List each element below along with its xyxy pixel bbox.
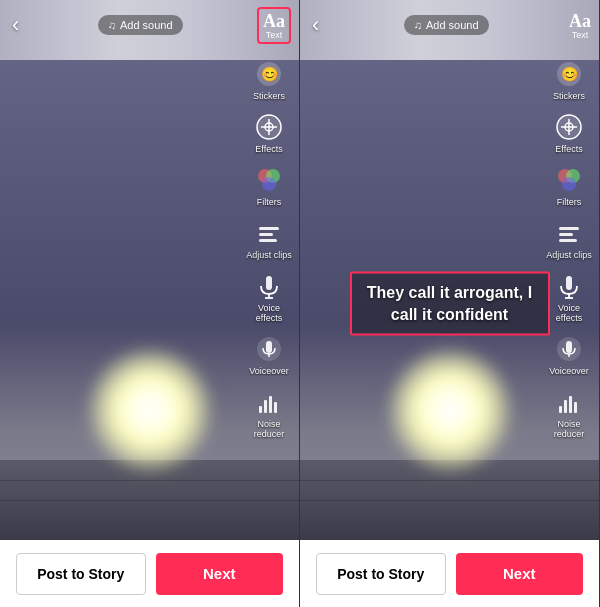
svg-rect-38	[569, 396, 572, 413]
right-adjust-clips-tool[interactable]: Adjust clips	[542, 213, 596, 264]
right-voiceover-icon	[553, 333, 585, 365]
right-voice-effects-label: Voice effects	[544, 303, 594, 323]
svg-rect-18	[269, 396, 272, 413]
right-noise-reducer-label: Noise reducer	[544, 419, 594, 439]
left-next-button[interactable]: Next	[156, 553, 284, 595]
left-adjust-clips-icon	[253, 217, 285, 249]
right-noise-reducer-icon	[553, 386, 585, 418]
left-text-sub-label: Text	[266, 30, 283, 40]
right-back-button[interactable]: ‹	[308, 8, 323, 42]
left-light-glow	[90, 350, 210, 470]
left-text-button[interactable]: Aa Text	[257, 7, 291, 44]
svg-rect-7	[259, 227, 279, 230]
right-effects-tool[interactable]: Effects	[542, 107, 596, 158]
caption-text: They call it arrogant, I call it confide…	[367, 283, 532, 322]
svg-point-6	[262, 177, 276, 191]
right-effects-icon	[553, 111, 585, 143]
right-floor-line-1	[300, 480, 599, 481]
left-noise-reducer-label: Noise reducer	[244, 419, 294, 439]
left-filters-icon	[253, 164, 285, 196]
left-stickers-label: Stickers	[253, 91, 285, 101]
floor-line-2	[0, 500, 299, 501]
svg-rect-36	[559, 406, 562, 413]
right-stickers-tool[interactable]: 😊 Stickers	[542, 54, 596, 105]
left-side-toolbar: 😊 Stickers Effects Filters Adjust clips	[239, 50, 299, 443]
left-bottom-bar: Post to Story Next	[0, 540, 299, 607]
right-light-glow	[390, 350, 510, 470]
svg-rect-28	[559, 233, 573, 236]
left-noise-reducer-tool[interactable]: Noise reducer	[242, 382, 296, 443]
svg-rect-8	[259, 233, 273, 236]
left-voiceover-label: Voiceover	[249, 366, 289, 376]
right-text-aa-label: Aa	[569, 11, 591, 32]
left-voice-effects-icon	[253, 270, 285, 302]
svg-rect-37	[564, 400, 567, 413]
right-stickers-label: Stickers	[553, 91, 585, 101]
right-filters-label: Filters	[557, 197, 582, 207]
svg-rect-9	[259, 239, 277, 242]
left-floor	[0, 460, 299, 540]
svg-rect-16	[259, 406, 262, 413]
left-effects-tool[interactable]: Effects	[242, 107, 296, 158]
left-adjust-clips-tool[interactable]: Adjust clips	[242, 213, 296, 264]
left-filters-label: Filters	[257, 197, 282, 207]
right-add-sound-button[interactable]: ♫ Add sound	[404, 15, 489, 35]
right-adjust-clips-label: Adjust clips	[546, 250, 592, 260]
left-voiceover-icon	[253, 333, 285, 365]
svg-rect-29	[559, 239, 577, 242]
right-bottom-bar: Post to Story Next	[300, 540, 599, 607]
right-panel: They call it arrogant, I call it confide…	[300, 0, 600, 607]
left-voiceover-tool[interactable]: Voiceover	[242, 329, 296, 380]
floor-line-1	[0, 480, 299, 481]
svg-rect-10	[266, 276, 272, 290]
right-text-sub-label: Text	[572, 30, 589, 40]
left-effects-label: Effects	[255, 144, 282, 154]
right-floor-line-2	[300, 500, 599, 501]
svg-rect-14	[266, 341, 272, 353]
svg-rect-17	[264, 400, 267, 413]
right-top-bar: ‹ ♫ Add sound Aa Text	[300, 0, 599, 50]
left-stickers-tool[interactable]: 😊 Stickers	[242, 54, 296, 105]
left-panel: ‹ ♫ Add sound Aa Text 😊 Stickers Effects	[0, 0, 300, 607]
left-post-story-button[interactable]: Post to Story	[16, 553, 146, 595]
right-voice-effects-icon	[553, 270, 585, 302]
svg-rect-27	[559, 227, 579, 230]
caption-overlay: They call it arrogant, I call it confide…	[350, 271, 550, 336]
svg-point-26	[562, 177, 576, 191]
left-noise-reducer-icon	[253, 386, 285, 418]
right-effects-label: Effects	[555, 144, 582, 154]
right-floor	[300, 460, 599, 540]
svg-rect-34	[566, 341, 572, 353]
right-filters-icon	[553, 164, 585, 196]
left-top-bar: ‹ ♫ Add sound Aa Text	[0, 0, 299, 50]
left-add-sound-label: Add sound	[120, 19, 173, 31]
left-stickers-icon: 😊	[253, 58, 285, 90]
left-adjust-clips-label: Adjust clips	[246, 250, 292, 260]
right-voiceover-label: Voiceover	[549, 366, 589, 376]
svg-rect-39	[574, 402, 577, 413]
svg-rect-30	[566, 276, 572, 290]
right-voice-effects-tool[interactable]: Voice effects	[542, 266, 596, 327]
left-music-icon: ♫	[108, 19, 116, 31]
left-text-aa-label: Aa	[263, 11, 285, 32]
right-post-story-button[interactable]: Post to Story	[316, 553, 446, 595]
svg-text:😊: 😊	[261, 66, 279, 83]
left-back-button[interactable]: ‹	[8, 8, 23, 42]
right-add-sound-label: Add sound	[426, 19, 479, 31]
right-next-button[interactable]: Next	[456, 553, 584, 595]
right-noise-reducer-tool[interactable]: Noise reducer	[542, 382, 596, 443]
right-side-toolbar: 😊 Stickers Effects Filters Adjust clips	[539, 50, 599, 443]
left-voice-effects-label: Voice effects	[244, 303, 294, 323]
left-effects-icon	[253, 111, 285, 143]
svg-rect-19	[274, 402, 277, 413]
left-add-sound-button[interactable]: ♫ Add sound	[98, 15, 183, 35]
right-filters-tool[interactable]: Filters	[542, 160, 596, 211]
left-filters-tool[interactable]: Filters	[242, 160, 296, 211]
right-adjust-clips-icon	[553, 217, 585, 249]
right-stickers-icon: 😊	[553, 58, 585, 90]
right-text-button[interactable]: Aa Text	[569, 11, 591, 40]
right-music-icon: ♫	[414, 19, 422, 31]
right-voiceover-tool[interactable]: Voiceover	[542, 329, 596, 380]
svg-text:😊: 😊	[561, 66, 579, 83]
left-voice-effects-tool[interactable]: Voice effects	[242, 266, 296, 327]
